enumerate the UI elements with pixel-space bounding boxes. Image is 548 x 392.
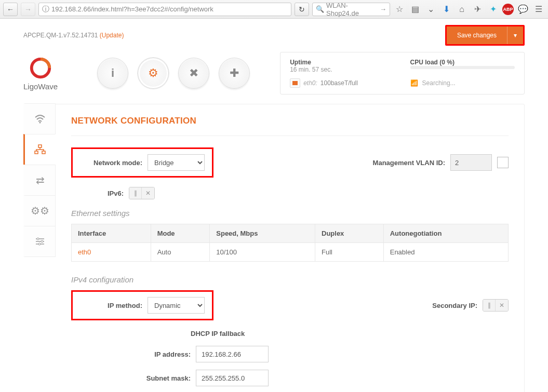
- sidebar-item-services[interactable]: ⚙⚙: [23, 195, 56, 226]
- secondary-ip-toggle[interactable]: ∥✕: [483, 299, 509, 312]
- ip-method-select[interactable]: Dynamic: [148, 297, 205, 314]
- ipv6-label: IPv6:: [108, 190, 124, 197]
- cell-mode: Auto: [151, 243, 210, 262]
- browser-search[interactable]: 🔍 WLAN-Shop24.de →: [312, 3, 390, 16]
- ip-address-label: IP address:: [123, 350, 191, 358]
- eth-status: eth0: 100baseT/full: [290, 78, 394, 88]
- url-bar[interactable]: ⓘ 192.168.2.66/index.html?h=3ee7dcc2#/co…: [38, 3, 291, 16]
- uptime-value: 16 min. 57 sec.: [290, 66, 394, 73]
- ethernet-section-title: Ethernet settings: [71, 209, 509, 218]
- ip-method-label: IP method:: [80, 302, 142, 309]
- library-icon[interactable]: ▤: [409, 4, 421, 14]
- toggle-on-icon: ∥: [129, 187, 142, 199]
- network-mode-highlight: Network mode: Bridge: [71, 147, 213, 178]
- toggle-off-icon: ✕: [142, 187, 154, 199]
- sliders-icon: [35, 237, 45, 246]
- ip-address-input[interactable]: [196, 346, 269, 362]
- logo: LigoWave: [23, 56, 58, 91]
- ip-method-highlight: IP method: Dynamic: [71, 290, 213, 320]
- url-text: 192.168.2.66/index.html?h=3ee7dcc2#/conf…: [51, 5, 213, 13]
- th-interface: Interface: [72, 224, 151, 243]
- svg-point-7: [38, 243, 41, 245]
- svg-point-6: [41, 240, 43, 242]
- wifi-status: 📶 Searching...: [410, 78, 515, 88]
- ethernet-icon: [290, 78, 300, 88]
- sidebar-item-wireless[interactable]: [23, 103, 56, 134]
- sidebar-item-system[interactable]: [23, 226, 56, 257]
- table-row[interactable]: eth0 Auto 10/100 Full Enabled: [72, 243, 509, 262]
- reload-button[interactable]: ↻: [295, 3, 309, 16]
- sidebar: ⇄ ⚙⚙: [23, 104, 56, 392]
- abp-icon[interactable]: ABP: [502, 4, 514, 15]
- firmware-version: APCPE.QM-1.v7.52.14731 (Update): [23, 32, 124, 39]
- cpu-label: CPU load (0 %): [410, 59, 515, 66]
- download-icon[interactable]: ⬇: [440, 4, 452, 14]
- th-mode: Mode: [151, 224, 210, 243]
- search-icon: 🔍: [316, 5, 324, 13]
- th-duplex: Duplex: [315, 224, 384, 243]
- chat-icon[interactable]: 💬: [517, 4, 529, 14]
- svg-rect-3: [35, 151, 38, 154]
- subnet-mask-input[interactable]: [196, 370, 269, 386]
- cell-interface: eth0: [72, 243, 151, 262]
- th-autoneg: Autonegotiation: [383, 224, 508, 243]
- nav-tools-button[interactable]: ✖: [178, 58, 209, 89]
- forward-button[interactable]: →: [21, 3, 35, 16]
- svg-rect-2: [38, 145, 42, 147]
- ipv4-section-title: IPv4 configuration: [71, 275, 509, 284]
- main-content: NETWORK CONFIGURATION Network mode: Brid…: [56, 104, 525, 392]
- svg-point-1: [39, 122, 41, 124]
- dhcp-fallback-title: DHCP IP fallback: [191, 330, 509, 337]
- pocket-icon[interactable]: ⌄: [424, 4, 437, 14]
- save-changes-highlight: Save changes ▾: [445, 25, 525, 46]
- network-mode-label: Network mode:: [80, 159, 142, 167]
- addon-icon[interactable]: ✦: [487, 4, 499, 14]
- search-go-icon[interactable]: →: [380, 5, 386, 13]
- page-title: NETWORK CONFIGURATION: [71, 116, 509, 126]
- svg-point-5: [37, 238, 39, 240]
- send-icon[interactable]: ✈: [471, 4, 484, 14]
- search-placeholder: WLAN-Shop24.de: [326, 2, 378, 17]
- save-changes-button[interactable]: Save changes: [447, 26, 507, 44]
- star-icon[interactable]: ☆: [393, 4, 406, 14]
- vlan-input[interactable]: [450, 154, 492, 171]
- nav-support-button[interactable]: ✚: [219, 58, 250, 89]
- nav-status-button[interactable]: i: [97, 58, 128, 89]
- toggle-on-icon: ∥: [483, 300, 496, 311]
- wifi-icon: 📶: [410, 79, 418, 87]
- wifi-icon: [34, 114, 46, 124]
- browser-toolbar: ← → ⓘ 192.168.2.66/index.html?h=3ee7dcc2…: [0, 0, 548, 19]
- vlan-checkbox[interactable]: [497, 157, 509, 168]
- vlan-label: Management VLAN ID:: [373, 159, 445, 167]
- cell-duplex: Full: [315, 243, 384, 262]
- save-dropdown-button[interactable]: ▾: [507, 26, 523, 44]
- secondary-ip-label: Secondary IP:: [432, 302, 477, 309]
- nav-settings-button[interactable]: ⚙: [138, 58, 169, 89]
- svg-rect-4: [42, 151, 45, 154]
- cell-speed: 10/100: [210, 243, 315, 262]
- logo-icon: [29, 56, 52, 80]
- network-mode-select[interactable]: Bridge: [148, 154, 205, 171]
- sidebar-item-network[interactable]: [23, 134, 56, 165]
- menu-icon[interactable]: ☰: [532, 4, 545, 14]
- logo-text: LigoWave: [23, 82, 58, 91]
- uptime-label: Uptime: [290, 59, 394, 66]
- sidebar-item-traffic[interactable]: ⇄: [23, 165, 56, 196]
- status-panel: Uptime 16 min. 57 sec. CPU load (0 %) et…: [280, 52, 525, 94]
- home-icon[interactable]: ⌂: [456, 5, 468, 14]
- cell-autoneg: Enabled: [383, 243, 508, 262]
- th-speed: Speed, Mbps: [210, 224, 315, 243]
- toggle-off-icon: ✕: [496, 300, 508, 311]
- network-icon: [34, 144, 46, 155]
- ipv6-toggle[interactable]: ∥✕: [129, 187, 155, 199]
- info-icon[interactable]: ⓘ: [42, 5, 49, 14]
- update-link[interactable]: (Update): [100, 32, 124, 39]
- subnet-mask-label: Subnet mask:: [123, 374, 191, 382]
- cpu-bar: [410, 66, 515, 69]
- back-button[interactable]: ←: [3, 3, 18, 16]
- ethernet-table: Interface Mode Speed, Mbps Duplex Autone…: [71, 224, 509, 262]
